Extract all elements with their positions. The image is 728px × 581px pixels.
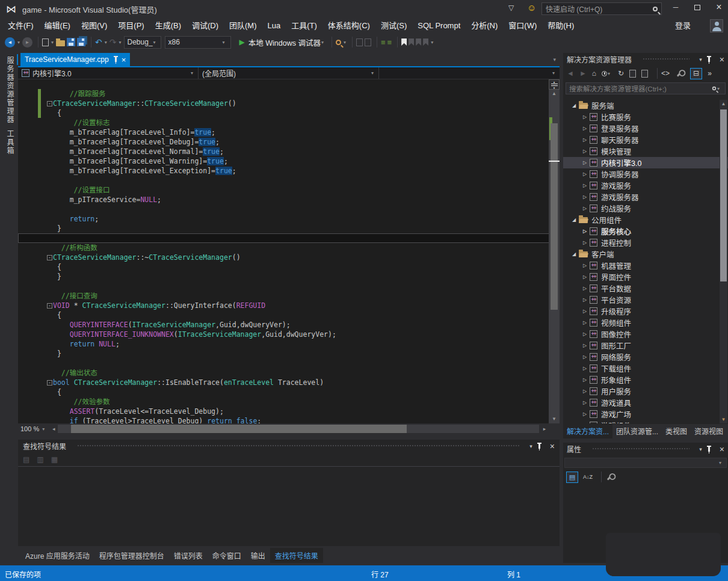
new-file-icon[interactable] [42, 38, 49, 46]
collapsed-arrow-icon[interactable]: ▷ [580, 206, 590, 211]
view-code-icon[interactable]: <> [661, 69, 670, 78]
code-line[interactable]: { [18, 387, 560, 397]
vertical-scroll-thumb[interactable] [551, 123, 558, 310]
code-line[interactable]: -CTraceServiceManager::~CTraceServiceMan… [18, 253, 560, 262]
tree-item-聊天服务器[interactable]: ▷++聊天服务器 [563, 134, 728, 146]
splitter-grip-icon[interactable]: ▴▾ [549, 79, 560, 90]
solution-explorer-search-input[interactable]: 搜索解决方案资源管理器(Ctrl+;) ▾ [566, 82, 726, 94]
tree-item-图形工厂[interactable]: ▷++图形工厂 [563, 340, 728, 351]
code-line[interactable]: } [18, 224, 560, 233]
tree-item-服务端[interactable]: ◢服务端 [563, 100, 728, 111]
previous-bookmark-icon[interactable] [409, 38, 414, 46]
debug-target-dropdown-icon[interactable]: ▾ [321, 40, 324, 45]
code-line[interactable]: //设置接口 [18, 185, 560, 195]
collapsed-arrow-icon[interactable]: ▷ [580, 114, 590, 120]
editor-vertical-scrollbar[interactable]: ▴▾ ▲ ▼ [549, 79, 560, 423]
code-line[interactable] [18, 281, 560, 291]
tree-item-界面控件[interactable]: ▷++界面控件 [563, 271, 728, 283]
tree-item-平台资源[interactable]: ▷++平台资源 [563, 294, 728, 306]
home-icon[interactable]: ⌂ [592, 69, 596, 78]
collapse-all-button[interactable]: ⊟ [690, 68, 702, 79]
start-debug-button[interactable]: ▶ 本地 Windows 调试器 ▾ [239, 35, 326, 49]
tree-item-客户端[interactable]: ◢客户端 [563, 248, 728, 260]
bottom-tab-命令窗口[interactable]: 命令窗口 [208, 548, 246, 563]
undo-button[interactable]: ↶ [95, 35, 102, 49]
tree-scroll-thumb[interactable] [720, 109, 727, 281]
zoom-level-select[interactable]: 100 % ▾ [18, 425, 49, 432]
menu-item-分析(N)[interactable]: 分析(N) [466, 18, 503, 34]
scroll-up-icon[interactable]: ▲ [720, 100, 727, 108]
code-line[interactable]: return; [18, 214, 560, 224]
navigate-forward-doc-icon[interactable] [365, 38, 371, 46]
code-line[interactable]: ASSERT(TraceLevel<=TraceLevel_Debug); [18, 407, 560, 416]
tree-item-游戏广场[interactable]: ▷++游戏广场 [563, 408, 728, 420]
object-selector-dropdown[interactable]: ▾ [564, 458, 727, 468]
panel-close-icon[interactable]: × [720, 444, 724, 454]
code-line[interactable]: //析构函数 [18, 243, 560, 253]
code-line[interactable]: //跟踪服务 [18, 89, 560, 99]
code-line[interactable]: -bool CTraceServiceManager::IsEnableTrac… [18, 378, 560, 387]
sign-in-link[interactable]: 登录 [675, 18, 691, 34]
increase-indent-icon[interactable]: ≡ [387, 35, 392, 49]
code-line-current[interactable] [18, 233, 560, 243]
clear-results-icon[interactable]: ▤ [23, 455, 29, 464]
tree-item-平台数据[interactable]: ▷++平台数据 [563, 283, 728, 294]
menu-item-视图(V)[interactable]: 视图(V) [76, 18, 113, 34]
code-line[interactable]: m_bTraceFlag[TraceLevel_Normal]=true; [18, 147, 560, 156]
collapsed-arrow-icon[interactable]: ▷ [580, 194, 590, 200]
menu-item-体系结构(C)[interactable]: 体系结构(C) [322, 18, 375, 34]
code-line[interactable]: { [18, 108, 560, 118]
close-button[interactable]: × [709, 0, 728, 14]
code-line[interactable]: //输出状态 [18, 368, 560, 378]
code-line[interactable] [18, 176, 560, 185]
collapsed-arrow-icon[interactable]: ▷ [580, 286, 590, 291]
expanded-arrow-icon[interactable]: ◢ [569, 251, 579, 257]
back-dropdown-icon[interactable]: ▾ [17, 40, 20, 45]
collapsed-arrow-icon[interactable]: ▷ [580, 354, 590, 360]
collapsed-arrow-icon[interactable]: ▷ [580, 149, 590, 154]
open-file-icon[interactable] [56, 40, 65, 46]
panel-close-icon[interactable]: × [550, 441, 555, 451]
previous-result-icon[interactable]: ▥ [37, 455, 43, 464]
code-line[interactable] [18, 358, 560, 368]
scroll-left-icon[interactable]: ◂ [49, 426, 58, 432]
tree-item-游戏服务[interactable]: ▷++游戏服务 [563, 180, 728, 191]
code-line[interactable]: m_bTraceFlag[TraceLevel_Exception]=true; [18, 166, 560, 176]
window-position-dropdown-icon[interactable]: ▾ [529, 443, 532, 449]
maximize-button[interactable] [687, 0, 708, 14]
horizontal-scroll-track[interactable] [58, 425, 539, 433]
tree-item-进程控制[interactable]: ▷++进程控制 [563, 237, 728, 248]
document-tab[interactable]: TraceServiceManager.cpp × [20, 53, 130, 66]
code-line[interactable]: m_bTraceFlag[TraceLevel_Warning]=true; [18, 156, 560, 166]
navigate-back-button[interactable]: ◄ [5, 37, 15, 48]
collapsed-arrow-icon[interactable]: ▷ [580, 377, 590, 383]
redo-dropdown-icon[interactable]: ▾ [119, 40, 122, 45]
tree-item-图像控件[interactable]: ▷++图像控件 [563, 328, 728, 340]
quick-launch-search[interactable]: 快速启动 (Ctrl+Q) [541, 2, 662, 15]
copy-doc-icon[interactable] [641, 70, 648, 78]
fold-collapse-icon[interactable]: - [47, 380, 52, 386]
code-line[interactable]: //效验参数 [18, 397, 560, 407]
window-position-dropdown-icon[interactable]: ▾ [699, 57, 702, 63]
tree-item-模块管理[interactable]: ▷++模块管理 [563, 146, 728, 157]
clear-bookmarks-icon[interactable] [423, 38, 428, 46]
explorer-tab-团队资源管...[interactable]: 团队资源管... [612, 423, 662, 438]
tree-item-形象组件[interactable]: ▷++形象组件 [563, 374, 728, 386]
explorer-tab-类视图[interactable]: 类视图 [662, 423, 691, 438]
decrease-indent-icon[interactable]: ≡ [381, 35, 386, 49]
scroll-down-icon[interactable]: ▼ [549, 415, 560, 423]
nav-forward-icon[interactable]: ► [579, 69, 587, 78]
explorer-tab-资源视图[interactable]: 资源视图 [691, 423, 727, 438]
tree-item-视频组件[interactable]: ▷++视频组件 [563, 317, 728, 328]
bottom-tab-Azure 应用服务活动[interactable]: Azure 应用服务活动 [20, 548, 94, 563]
menu-item-窗口(W)[interactable]: 窗口(W) [503, 18, 542, 34]
collapsed-arrow-icon[interactable]: ▷ [580, 240, 590, 245]
tree-item-机器管理[interactable]: ▷++机器管理 [563, 260, 728, 271]
find-in-files-icon[interactable] [336, 40, 341, 45]
fold-collapse-icon[interactable]: - [47, 101, 52, 106]
tree-item-下载组件[interactable]: ▷++下载组件 [563, 363, 728, 374]
code-line[interactable]: QUERYINTERFACE(ITraceServiceManager,Guid… [18, 320, 560, 330]
code-line[interactable]: QUERYINTERFACE_IUNKNOWNEX(ITraceServiceM… [18, 330, 560, 339]
collapsed-arrow-icon[interactable]: ▷ [580, 320, 590, 325]
pin-icon[interactable] [708, 57, 710, 62]
